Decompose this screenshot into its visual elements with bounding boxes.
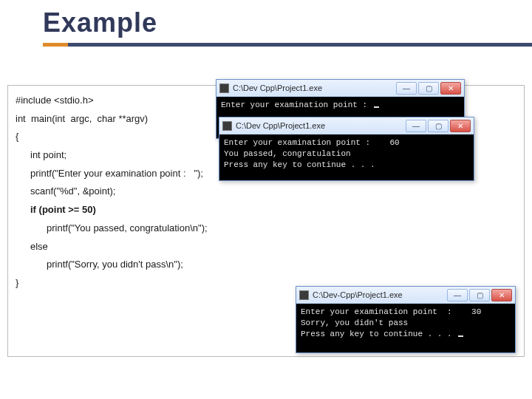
maximize-button[interactable]: ▢ xyxy=(428,120,449,132)
code-line: if (point >= 50) xyxy=(16,201,516,219)
titlebar[interactable]: C:\Dev Cpp\Project1.exe — ▢ ✕ xyxy=(219,117,474,134)
console-window-3: C:\Dev-Cpp\Project1.exe — ▢ ✕ Enter your… xyxy=(296,286,516,353)
window-title: C:\Dev Cpp\Project1.exe xyxy=(233,83,396,92)
app-icon xyxy=(299,290,309,300)
maximize-button[interactable]: ▢ xyxy=(469,289,490,301)
minimize-button[interactable]: — xyxy=(396,82,417,95)
window-title: C:\Dev Cpp\Project1.exe xyxy=(236,121,406,130)
slide-title: Example xyxy=(43,7,532,38)
window-title: C:\Dev-Cpp\Project1.exe xyxy=(313,290,447,299)
console-line: Press any key to continue . . . xyxy=(301,330,457,338)
console-line: Enter your examination point : xyxy=(221,100,372,109)
console-output: Enter your examination point : 60 You pa… xyxy=(219,134,474,180)
code-line: scanf("%d", &point); xyxy=(16,183,516,201)
code-line: printf("Sorry, you didn't pass\n"); xyxy=(16,256,516,274)
maximize-button[interactable]: ▢ xyxy=(418,82,439,95)
titlebar[interactable]: C:\Dev-Cpp\Project1.exe — ▢ ✕ xyxy=(296,287,515,304)
minimize-button[interactable]: — xyxy=(447,289,468,301)
console-line: Press any key to continue . . . xyxy=(224,160,375,169)
close-button[interactable]: ✕ xyxy=(450,120,471,132)
console-output: Enter your examination point : 30 Sorry,… xyxy=(296,304,515,352)
cursor-icon xyxy=(374,106,379,108)
console-line: Sorry, you didn't pass xyxy=(301,318,408,327)
code-line: printf("You passed, congratulation\n"); xyxy=(16,219,516,238)
console-line: Enter your examination point : 30 xyxy=(301,307,481,316)
close-button[interactable]: ✕ xyxy=(491,289,512,301)
title-underline xyxy=(43,43,532,47)
console-line: You passed, congratulation xyxy=(224,149,351,158)
code-line: else xyxy=(16,238,516,256)
cursor-icon xyxy=(458,335,463,337)
minimize-button[interactable]: — xyxy=(406,120,426,132)
titlebar[interactable]: C:\Dev Cpp\Project1.exe — ▢ ✕ xyxy=(216,80,464,97)
close-button[interactable]: ✕ xyxy=(440,82,461,95)
console-window-2: C:\Dev Cpp\Project1.exe — ▢ ✕ Enter your… xyxy=(219,117,474,181)
console-line: Enter your examination point : 60 xyxy=(224,138,400,147)
app-icon xyxy=(219,83,229,93)
code-cond: point >= 50) xyxy=(42,204,96,215)
keyword-if: if ( xyxy=(30,204,42,215)
app-icon xyxy=(222,121,232,131)
